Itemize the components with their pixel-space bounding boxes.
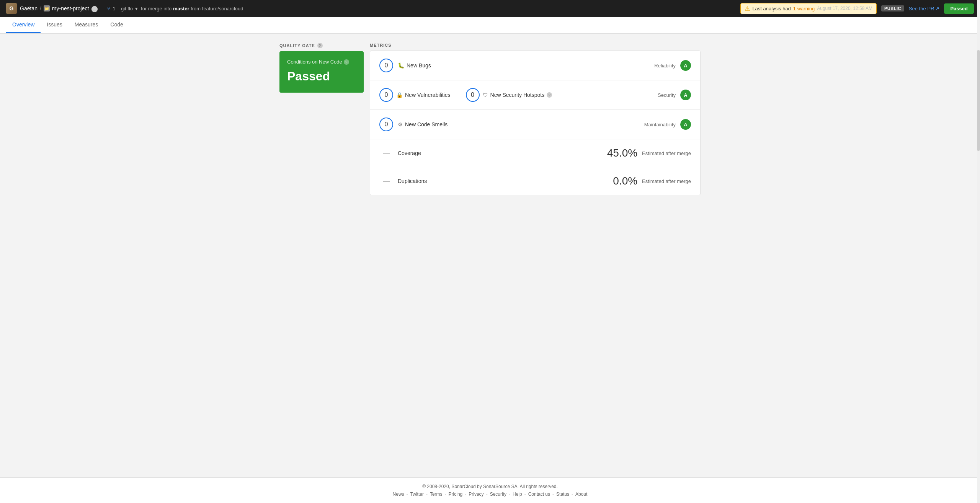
content-wrapper: QUALITY GATE ? Conditions on New Code ? … <box>279 43 701 468</box>
bug-icon: 🐛 <box>398 62 404 69</box>
bugs-right: Reliability A <box>654 60 691 71</box>
branch-info: for merge into master from feature/sonar… <box>141 6 243 11</box>
warning-icon: ⚠ <box>745 5 750 12</box>
source-branch: feature/sonarcloud <box>202 6 243 11</box>
quality-gate-help-icon[interactable]: ? <box>317 43 323 48</box>
quality-gate-subtitle-text: Conditions on New Code <box>287 59 342 65</box>
pr-info: ⑂ 1 – git flo ▾ <box>107 6 138 11</box>
coverage-label-text: Coverage <box>398 150 421 156</box>
passed-button[interactable]: Passed <box>944 3 974 14</box>
reliability-grade: A <box>680 60 691 71</box>
two-col-layout: QUALITY GATE ? Conditions on New Code ? … <box>279 43 701 195</box>
warning-link[interactable]: 1 warning <box>793 6 815 11</box>
scrollbar-thumb[interactable] <box>977 50 980 151</box>
coverage-note: Estimated after merge <box>642 150 691 156</box>
quality-gate-panel: QUALITY GATE ? Conditions on New Code ? … <box>279 43 364 93</box>
metric-row-duplications: — Duplications 0.0% Estimated after merg… <box>370 167 700 195</box>
metric-row-coverage: — Coverage 45.0% Estimated after merge <box>370 139 700 167</box>
hotspots-label: 🛡 New Security Hotspots ? <box>483 92 552 98</box>
maintainability-grade: A <box>680 119 691 130</box>
smells-right: Maintainability A <box>644 119 691 130</box>
quality-gate-title: QUALITY GATE <box>279 43 315 48</box>
footer-link-news[interactable]: News <box>390 492 407 497</box>
pr-ref[interactable]: 1 – git flo <box>113 6 133 11</box>
pr-dropdown-icon[interactable]: ▾ <box>135 6 138 11</box>
project-link[interactable]: my-nest-project <box>52 5 89 11</box>
tab-overview[interactable]: Overview <box>6 17 41 33</box>
security-group: 0 🔒 New Vulnerabilities 0 🛡 N <box>379 88 653 102</box>
smells-icon: ⚙ <box>398 121 403 127</box>
footer-link-privacy[interactable]: Privacy <box>466 492 486 497</box>
metrics-header: METRICS <box>370 43 701 47</box>
duplications-note: Estimated after merge <box>642 178 691 184</box>
footer-link-pricing[interactable]: Pricing <box>446 492 465 497</box>
hotspots-item: 0 🛡 New Security Hotspots ? <box>466 88 552 102</box>
security-grade: A <box>680 90 691 100</box>
tab-issues[interactable]: Issues <box>41 17 68 33</box>
smells-category: Maintainability <box>644 122 676 127</box>
coverage-right: 45.0% Estimated after merge <box>603 147 691 159</box>
bugs-value: 0 <box>379 59 393 72</box>
from-text: from <box>191 6 202 11</box>
footer-link-terms[interactable]: Terms <box>428 492 445 497</box>
sub-nav: Overview Issues Measures Code <box>0 17 980 34</box>
security-category: Security <box>658 92 676 98</box>
conditions-help-icon[interactable]: ? <box>344 59 349 65</box>
bugs-category: Reliability <box>654 63 676 69</box>
top-bar-right: ⚠ Last analysis had 1 warning August 17,… <box>740 3 974 14</box>
hotspots-label-text: New Security Hotspots <box>490 92 545 98</box>
user-link[interactable]: Gaëtan <box>20 5 38 11</box>
pr-icon: ⑂ <box>107 6 110 11</box>
merge-info-text: for merge into <box>141 6 172 11</box>
metrics-card: 0 🐛 New Bugs Reliability A <box>370 51 701 195</box>
vuln-label-text: New Vulnerabilities <box>405 92 451 98</box>
footer-link-contact[interactable]: Contact us <box>526 492 552 497</box>
duplications-percent: 0.0% <box>603 175 637 187</box>
coverage-percent: 45.0% <box>603 147 637 159</box>
project-icon: 📁 <box>44 5 50 11</box>
avatar: G <box>6 3 17 14</box>
vulnerabilities-item: 0 🔒 New Vulnerabilities <box>379 88 451 102</box>
external-link-icon: ↗ <box>935 6 939 11</box>
smells-value: 0 <box>379 118 393 131</box>
footer-copyright: © 2008-2020, SonarCloud by SonarSource S… <box>6 484 974 489</box>
hotspots-value: 0 <box>466 88 480 102</box>
warning-badge: ⚠ Last analysis had 1 warning August 17,… <box>740 3 877 14</box>
top-bar: G Gaëtan / 📁 my-nest-project ⬤ ⑂ 1 – git… <box>0 0 980 17</box>
footer-link-security[interactable]: Security <box>488 492 509 497</box>
hotspots-icon: 🛡 <box>483 92 488 98</box>
breadcrumb-separator: / <box>40 5 41 11</box>
duplications-right: 0.0% Estimated after merge <box>603 175 691 187</box>
quality-gate-subtitle: Conditions on New Code ? <box>287 59 356 65</box>
see-pr-button[interactable]: See the PR ↗ <box>909 6 940 11</box>
breadcrumb: Gaëtan / 📁 my-nest-project ⬤ <box>20 5 98 12</box>
hotspots-help-icon[interactable]: ? <box>547 92 552 98</box>
metric-row-smells: 0 ⚙ New Code Smells Maintainability A <box>370 110 700 139</box>
footer: © 2008-2020, SonarCloud by SonarSource S… <box>0 477 980 503</box>
smells-label-text: New Code Smells <box>405 121 448 127</box>
duplications-label-text: Duplications <box>398 178 427 184</box>
footer-link-twitter[interactable]: Twitter <box>408 492 426 497</box>
see-pr-label: See the PR <box>909 6 934 11</box>
quality-gate-card: Conditions on New Code ? Passed <box>279 51 364 93</box>
metric-row-security: 0 🔒 New Vulnerabilities 0 🛡 N <box>370 80 700 110</box>
footer-links: News - Twitter - Terms - Pricing - Priva… <box>6 492 974 497</box>
footer-link-status[interactable]: Status <box>554 492 572 497</box>
quality-gate-header: QUALITY GATE ? <box>279 43 364 48</box>
warning-date: August 17, 2020, 12:58 AM <box>817 6 872 11</box>
quality-gate-status: Passed <box>287 69 356 83</box>
coverage-label: Coverage <box>398 150 598 156</box>
smells-label: ⚙ New Code Smells <box>398 121 640 127</box>
bugs-label-text: New Bugs <box>407 62 431 69</box>
github-icon: ⬤ <box>91 5 98 12</box>
top-bar-left: G Gaëtan / 📁 my-nest-project ⬤ ⑂ 1 – git… <box>6 3 740 14</box>
footer-link-help[interactable]: Help <box>510 492 524 497</box>
warning-text: Last analysis had <box>752 6 791 11</box>
public-badge: PUBLIC <box>881 5 904 11</box>
footer-link-about[interactable]: About <box>573 492 590 497</box>
duplications-dash: — <box>379 177 393 185</box>
main-content: QUALITY GATE ? Conditions on New Code ? … <box>0 34 980 477</box>
tab-measures[interactable]: Measures <box>69 17 104 33</box>
tab-code[interactable]: Code <box>104 17 129 33</box>
vuln-value: 0 <box>379 88 393 102</box>
